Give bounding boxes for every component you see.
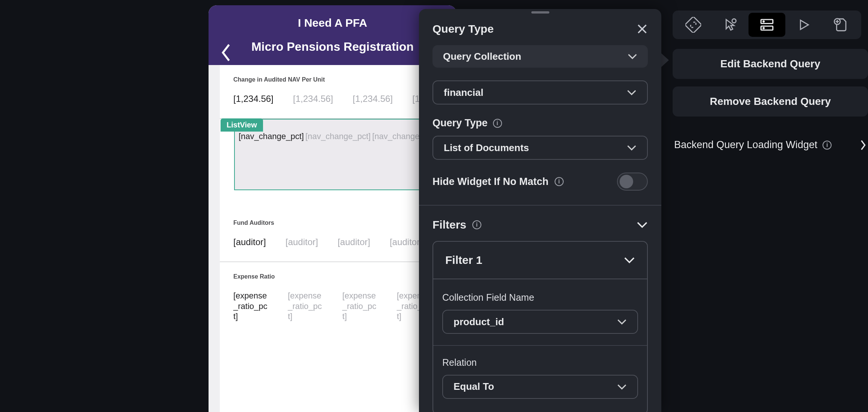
edit-backend-query-label: Edit Backend Query (720, 58, 820, 70)
loading-widget-row[interactable]: Backend Query Loading Widget i (673, 139, 868, 151)
filters-header[interactable]: Filters i (432, 218, 648, 231)
nav-change-label: Change in Audited NAV Per Unit (233, 76, 432, 83)
nav-value-1: [1,234.56] (293, 94, 333, 104)
chevron-down-icon (627, 145, 637, 151)
auditors-row: [auditor] [auditor] [auditor] [auditor] (233, 237, 432, 247)
preview-body: Change in Audited NAV Per Unit [1,234.56… (220, 65, 445, 412)
auditors-section: Fund Auditors [auditor] [auditor] [audit… (220, 208, 445, 262)
svg-point-9 (763, 27, 764, 29)
svg-point-5 (732, 19, 736, 23)
info-icon: i (823, 141, 832, 150)
collection-value: financial (444, 87, 483, 98)
hide-widget-toggle[interactable] (617, 173, 648, 191)
query-type-select[interactable]: List of Documents (432, 136, 648, 160)
chevron-down-icon (617, 319, 627, 325)
query-panel: Query Type Query Collection financial Qu… (419, 9, 661, 412)
close-icon (637, 23, 648, 35)
collection-field-label: Collection Field Name (442, 292, 638, 303)
listview-cell-2: [nav_change (372, 132, 419, 186)
listview-cell-0: [nav_change_pct] (239, 132, 304, 186)
expense-value-0: [expense_ratio_pct] (233, 291, 268, 322)
panel-title: Query Type (432, 23, 494, 35)
chevron-right-icon (860, 139, 866, 151)
remove-backend-query-label: Remove Backend Query (710, 95, 831, 108)
cursor-icon (722, 17, 738, 33)
expense-row: [expense_ratio_pct] [expense_ratio_pct] … (233, 291, 432, 322)
auditor-value-1: [auditor] (286, 237, 318, 247)
relation-select[interactable]: Equal To (442, 375, 638, 399)
chevron-down-icon (637, 221, 648, 228)
app-title: I Need A PFA (219, 17, 446, 29)
relation-value: Equal To (454, 381, 494, 392)
filter-title: Filter 1 (445, 254, 482, 267)
nav-value-2: [1,234.56] (353, 94, 393, 104)
right-action-panel: Edit Backend Query Remove Backend Query … (673, 49, 868, 151)
query-type-value: List of Documents (444, 142, 529, 154)
hide-widget-label: Hide Widget If No Match (432, 176, 549, 188)
server-icon (759, 17, 775, 33)
query-type-label-row: Query Type i (432, 117, 648, 129)
top-toolbar (673, 11, 861, 39)
listview-box[interactable]: [nav_change_pct] [nav_change_pct] [nav_c… (234, 119, 431, 190)
query-collection-label: Query Collection (443, 51, 521, 62)
info-icon: i (493, 119, 502, 128)
toggle-knob (620, 175, 633, 188)
nav-change-row: [1,234.56] [1,234.56] [1,234.56] [1,234.… (233, 94, 432, 104)
collection-value-select[interactable]: financial (432, 80, 648, 105)
back-button[interactable] (220, 43, 233, 62)
expense-section: Expense Ratio [expense_ratio_pct] [expen… (220, 262, 445, 336)
query-collection-select[interactable]: Query Collection (432, 45, 648, 68)
auditor-value-3: [auditor] (390, 237, 422, 247)
chevron-down-icon (624, 257, 635, 264)
nav-change-section: Change in Audited NAV Per Unit [1,234.56… (220, 65, 445, 119)
relation-label: Relation (442, 357, 638, 368)
query-type-field-label: Query Type (432, 117, 488, 129)
listview-section: ListView [nav_change_pct] [nav_change_pc… (220, 119, 445, 208)
chevron-down-icon (628, 53, 637, 59)
divider (433, 345, 647, 346)
add-page-tool-button[interactable] (822, 13, 859, 37)
cursor-tool-button[interactable] (712, 13, 749, 37)
panel-title-row: Query Type (432, 23, 648, 35)
chevron-down-icon (617, 384, 627, 390)
divider (419, 205, 661, 206)
filter-body: Collection Field Name product_id Relatio… (433, 279, 647, 412)
ruler-icon (685, 17, 701, 33)
expense-label: Expense Ratio (233, 273, 432, 280)
edit-backend-query-button[interactable]: Edit Backend Query (673, 49, 868, 79)
svg-point-8 (763, 21, 764, 22)
info-icon: i (472, 220, 481, 229)
listview-cell-1: [nav_change_pct] (305, 132, 371, 186)
add-page-icon (833, 17, 848, 33)
page-title: Micro Pensions Registration (219, 40, 446, 54)
filter-card: Filter 1 Collection Field Name product_i… (432, 241, 648, 412)
hide-widget-row: Hide Widget If No Match i (432, 173, 648, 191)
loading-widget-label: Backend Query Loading Widget (674, 139, 817, 151)
close-button[interactable] (637, 23, 648, 35)
database-tool-button[interactable] (749, 13, 785, 37)
auditors-label: Fund Auditors (233, 220, 432, 226)
auditor-value-0: [auditor] (233, 237, 266, 247)
collection-field-value: product_id (454, 316, 504, 328)
auditor-value-2: [auditor] (337, 237, 370, 247)
expense-value-2: [expense_ratio_pct] (342, 291, 377, 322)
listview-tag[interactable]: ListView (221, 118, 263, 132)
remove-backend-query-button[interactable]: Remove Backend Query (673, 86, 868, 117)
play-icon (796, 17, 812, 33)
chevron-down-icon (627, 89, 637, 95)
info-icon: i (555, 177, 564, 186)
svg-rect-0 (685, 17, 701, 33)
filter-card-header[interactable]: Filter 1 (433, 242, 647, 279)
expense-value-1: [expense_ratio_pct] (288, 291, 323, 322)
filters-label: Filters (432, 218, 466, 231)
query-panel-inner: Query Type Query Collection financial Qu… (419, 9, 661, 412)
panel-pointer (661, 53, 669, 68)
ruler-tool-button[interactable] (675, 13, 712, 37)
nav-value-0: [1,234.56] (233, 94, 274, 104)
panel-drag-handle[interactable] (531, 11, 549, 14)
play-tool-button[interactable] (785, 13, 822, 37)
collection-field-select[interactable]: product_id (442, 310, 638, 334)
